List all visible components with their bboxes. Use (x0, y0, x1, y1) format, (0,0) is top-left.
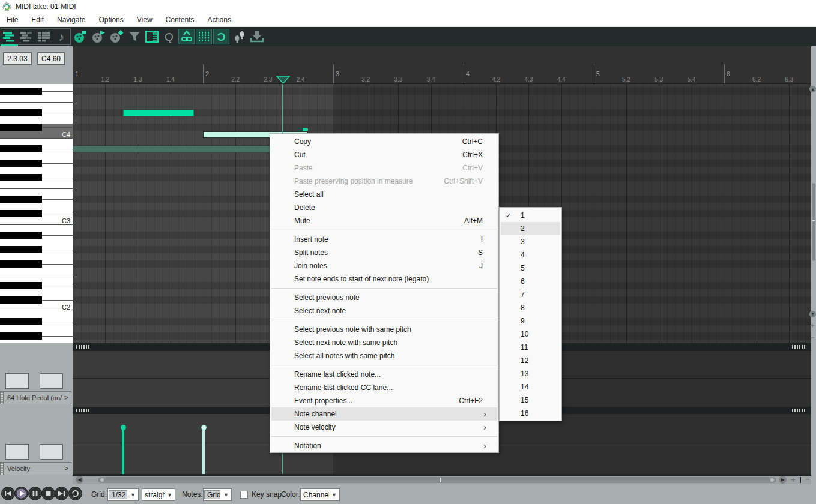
note-preview-link-icon[interactable] (178, 29, 195, 44)
menu-item-select-previous-note-with-same-pitch[interactable]: Select previous note with same pitch (271, 323, 497, 336)
filter-events-icon[interactable] (126, 29, 142, 44)
channel-item-6[interactable]: 6 (501, 275, 560, 288)
midi-note[interactable] (123, 110, 194, 116)
piano-key-white[interactable] (0, 325, 73, 332)
lane-grip[interactable] (0, 391, 4, 404)
note-readout[interactable]: C4 60 (37, 52, 65, 65)
grid-type-combobox[interactable]: straight ▼ (142, 488, 175, 501)
piano-key-white[interactable] (0, 167, 73, 174)
channel-item-3[interactable]: 3 (501, 235, 560, 248)
cc-value-box[interactable] (5, 373, 29, 389)
piano-key-black[interactable] (0, 124, 42, 131)
velocity-stem[interactable] (202, 427, 205, 474)
menu-item-select-all[interactable]: Select all (271, 188, 497, 201)
scroll-left-button[interactable]: ◀ (76, 476, 83, 484)
channel-item-13[interactable]: 13 (501, 367, 560, 380)
piano-key-black[interactable] (0, 109, 42, 116)
lane-divider-grip[interactable] (76, 409, 89, 412)
menu-item-note-channel[interactable]: Note channel› (271, 407, 497, 421)
piano-key-black[interactable] (0, 246, 42, 253)
named-notes-view-icon[interactable] (19, 29, 35, 44)
menu-options[interactable]: Options (92, 13, 130, 27)
channel-item-15[interactable]: 15 (501, 394, 560, 407)
menu-item-join-notes[interactable]: Join notesJ (271, 259, 497, 272)
cc-lane-selector[interactable]: Velocity > (3, 462, 71, 475)
piano-key-black[interactable] (0, 210, 42, 217)
horizontal-scroll-thumb[interactable] (98, 477, 776, 483)
zoom-in-vertical-button[interactable]: + (810, 322, 814, 330)
zoom-out-button[interactable]: − (805, 475, 810, 484)
piano-roll-view-icon[interactable] (1, 29, 17, 44)
velocity-stem-handle[interactable] (201, 425, 207, 430)
dock-editor-icon[interactable] (144, 29, 160, 44)
menu-contents[interactable]: Contents (159, 13, 201, 27)
stop-button[interactable] (41, 487, 55, 500)
scroll-thumb-grip[interactable] (770, 478, 774, 482)
zoom-in-button[interactable]: + (791, 475, 796, 484)
zoom-out-vertical-button[interactable]: − (811, 334, 815, 342)
note-end-handle[interactable] (303, 128, 308, 131)
piano-key-white[interactable] (0, 275, 73, 282)
menu-item-select-next-note[interactable]: Select next note (271, 304, 497, 317)
scroll-thumb-grip[interactable] (100, 478, 104, 482)
go-to-end-button[interactable] (55, 487, 68, 500)
menu-file[interactable]: File (0, 13, 25, 27)
menu-item-paste-preserving-position-in-measure[interactable]: Paste preserving position in measureCtrl… (271, 175, 497, 188)
go-to-start-button[interactable] (1, 487, 15, 500)
piano-key-black[interactable] (0, 260, 42, 268)
piano-key-white[interactable] (0, 95, 73, 102)
piano-key-black[interactable] (0, 145, 42, 152)
menu-item-select-all-notes-with-same-pitch[interactable]: Select all notes with same pitch (271, 349, 497, 362)
piano-key-white[interactable] (0, 152, 73, 160)
menu-item-delete[interactable]: Delete (271, 201, 497, 214)
menu-actions[interactable]: Actions (201, 13, 238, 27)
menu-item-event-properties[interactable]: Event properties...Ctrl+F2 (271, 394, 497, 407)
piano-key-white[interactable] (0, 340, 73, 343)
lane-grip[interactable] (0, 462, 4, 475)
channel-item-5[interactable]: 5 (501, 262, 560, 275)
piano-key-white[interactable] (0, 188, 73, 196)
color-notes-triangle-icon[interactable] (90, 29, 106, 44)
timeline-ruler[interactable]: 11.21.31.422.22.32.433.23.33.444.24.34.4… (73, 46, 811, 84)
menu-navigate[interactable]: Navigate (50, 13, 92, 27)
piano-key-black[interactable] (0, 332, 42, 340)
piano-key-black[interactable] (0, 160, 42, 167)
channel-item-10[interactable]: 10 (501, 328, 560, 341)
event-list-view-icon[interactable] (36, 29, 52, 44)
piano-key-white[interactable] (0, 268, 73, 275)
channel-item-14[interactable]: 14 (501, 380, 560, 394)
piano-key-white[interactable] (0, 138, 73, 145)
piano-key-white[interactable] (0, 102, 73, 109)
piano-key-white[interactable] (0, 224, 73, 232)
piano-key-white[interactable] (0, 289, 73, 296)
key-snap-checkbox[interactable] (240, 491, 248, 499)
color-combobox[interactable]: Channel ▼ (300, 488, 340, 501)
snap-to-grid-icon[interactable] (196, 29, 212, 44)
menu-item-rename-last-clicked-note[interactable]: Rename last clicked note... (271, 368, 497, 381)
notes-combobox[interactable]: Grid ▼ (203, 488, 232, 501)
piano-key-white[interactable] (0, 116, 73, 124)
scroll-up-button[interactable]: ▲ (809, 86, 816, 92)
piano-key-black[interactable] (0, 174, 42, 181)
menu-item-insert-note[interactable]: Insert noteI (271, 233, 497, 246)
lane-divider-grip[interactable] (792, 345, 805, 349)
step-record-icon[interactable] (249, 29, 265, 44)
swing-grid-icon[interactable]: Ɔ (213, 29, 229, 44)
repeat-button[interactable] (68, 487, 82, 500)
piano-key-white[interactable] (0, 181, 73, 188)
cc-value-box[interactable] (5, 444, 29, 460)
piano-key-black[interactable] (0, 88, 42, 95)
menu-item-rename-last-clicked-cc-lane[interactable]: Rename last clicked CC lane... (271, 381, 497, 394)
grid-size-combobox[interactable]: 1/32 ▼ (107, 488, 139, 501)
menu-view[interactable]: View (130, 13, 159, 27)
scroll-down-button[interactable]: ▼ (809, 311, 816, 317)
channel-item-1[interactable]: ✓1 (501, 209, 560, 222)
scroll-right-button[interactable]: ▶ (779, 476, 787, 484)
vertical-scroll-thumb[interactable] (812, 183, 815, 261)
notation-view-icon[interactable]: ♪ (53, 29, 70, 44)
play-button[interactable] (14, 487, 28, 500)
menu-item-split-notes[interactable]: Split notesS (271, 246, 497, 259)
cc-value-box[interactable] (40, 444, 63, 460)
menu-edit[interactable]: Edit (25, 13, 50, 27)
quantize-icon[interactable]: Q (161, 29, 177, 44)
